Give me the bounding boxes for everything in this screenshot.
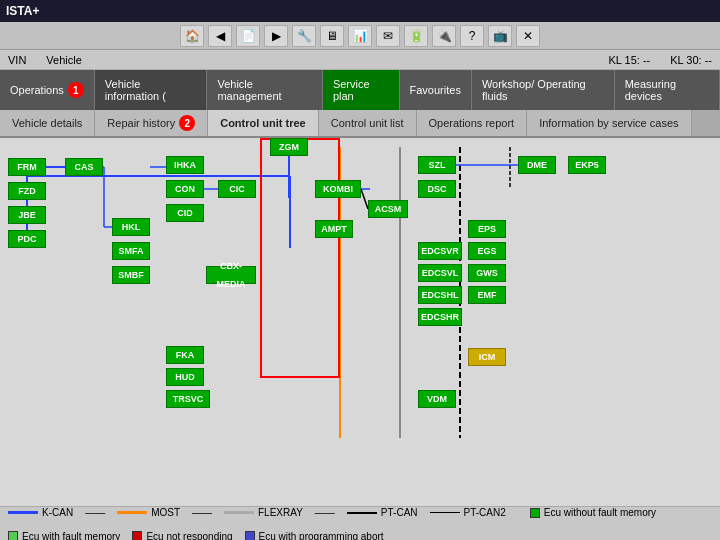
tab-favourites-label: Favourites (410, 84, 461, 96)
flexray-line (224, 511, 254, 514)
home-button[interactable]: 🏠 (180, 25, 204, 47)
flexray-label: FLEXRAY (258, 507, 303, 518)
wrench-button[interactable]: 🔧 (292, 25, 316, 47)
ecu-smfa[interactable]: SMFA (112, 242, 150, 260)
graph-button[interactable]: 📊 (348, 25, 372, 47)
kombi-selection-rect (260, 138, 340, 378)
kl30-value: KL 30: -- (670, 54, 712, 66)
ecu-eps[interactable]: EPS (468, 220, 506, 238)
ecu-edcshr[interactable]: EDCSHR (418, 308, 462, 326)
tab-service-plan[interactable]: Service plan (323, 70, 400, 110)
plug-button[interactable]: 🔌 (432, 25, 456, 47)
tab-service-plan-label: Service plan (333, 78, 389, 102)
nav2: Vehicle details Repair history 2 Control… (0, 110, 720, 138)
tab-repair-history[interactable]: Repair history 2 (95, 110, 208, 136)
tab-vehicle-management[interactable]: Vehicle management (207, 70, 322, 110)
ecu-egs[interactable]: EGS (468, 242, 506, 260)
ecu-jbe[interactable]: JBE (8, 206, 46, 224)
vehicle-label: Vehicle (46, 54, 608, 66)
tab-favourites[interactable]: Favourites (400, 70, 472, 110)
help-button[interactable]: ? (460, 25, 484, 47)
ecu-dsc[interactable]: DSC (418, 180, 456, 198)
doc-button[interactable]: 📄 (236, 25, 260, 47)
tab-repair-history-badge: 2 (179, 115, 195, 131)
tab-control-unit-tree[interactable]: Control unit tree (208, 110, 319, 136)
ecu-con[interactable]: CON (166, 180, 204, 198)
back-button[interactable]: ◀ (208, 25, 232, 47)
ecu-kombi[interactable]: KOMBI (315, 180, 361, 198)
k-can-label: K-CAN (42, 507, 73, 518)
ecu-hkl[interactable]: HKL (112, 218, 150, 236)
ecu-fka[interactable]: FKA (166, 346, 204, 364)
tab-operations-report-label: Operations report (429, 117, 515, 129)
screen-button[interactable]: 🖥 (320, 25, 344, 47)
ecu-pdc[interactable]: PDC (8, 230, 46, 248)
pt-can-line (347, 512, 377, 514)
tab-repair-history-label: Repair history (107, 117, 175, 129)
ecu-vdm[interactable]: VDM (418, 390, 456, 408)
ecu-ekp5[interactable]: EKP5 (568, 156, 606, 174)
svg-line-15 (361, 189, 368, 209)
ecu-not-responding-label: Ecu not responding (146, 531, 232, 540)
tab-workshop-operating-fluids[interactable]: Workshop/ Operating fluids (472, 70, 615, 110)
ecu-trsvc[interactable]: TRSVC (166, 390, 210, 408)
ecu-zgm[interactable]: ZGM (270, 138, 308, 156)
ecu-cid[interactable]: CID (166, 204, 204, 222)
mail-button[interactable]: ✉ (376, 25, 400, 47)
ecu-edcsvr[interactable]: EDCSVR (418, 242, 462, 260)
legend-flexray: FLEXRAY (224, 507, 303, 518)
ecu-icm[interactable]: ICM (468, 348, 506, 366)
ecu-emf[interactable]: EMF (468, 286, 506, 304)
ecu-edcsvl[interactable]: EDCSVL (418, 264, 462, 282)
kl15-value: KL 15: -- (608, 54, 650, 66)
legend-bar: K-CAN —— MOST —— FLEXRAY —— PT-CAN PT-CA… (0, 506, 720, 540)
battery-button[interactable]: 🔋 (404, 25, 428, 47)
pt-can-label: PT-CAN (381, 507, 418, 518)
tab-operations[interactable]: Operations 1 (0, 70, 95, 110)
close-button[interactable]: ✕ (516, 25, 540, 47)
legend-ecu-no-fault: Ecu without fault memory (530, 507, 656, 518)
tab-control-unit-list[interactable]: Control unit list (319, 110, 417, 136)
tab-measuring-devices[interactable]: Measuring devices (615, 70, 720, 110)
titlebar: ISTA+ (0, 0, 720, 22)
ecu-cas[interactable]: CAS (65, 158, 103, 176)
tab-vehicle-details-label: Vehicle details (12, 117, 82, 129)
ecu-cbx-media[interactable]: CBX-MEDIA (206, 266, 256, 284)
legend-ecu-fault: Ecu with fault memory (8, 531, 120, 540)
tab-operations-label: Operations (10, 84, 64, 96)
ecu-smbf[interactable]: SMBF (112, 266, 150, 284)
ecu-no-fault-label: Ecu without fault memory (544, 507, 656, 518)
forward-button[interactable]: ▶ (264, 25, 288, 47)
tab-operations-badge: 1 (68, 82, 84, 98)
ecu-edcshl[interactable]: EDCSHL (418, 286, 462, 304)
ecu-not-responding-dot (132, 531, 142, 540)
ecu-ihka[interactable]: IHKA (166, 156, 204, 174)
pt-can-separator: —— (315, 507, 335, 518)
tab-vehicle-management-label: Vehicle management (217, 78, 311, 102)
ecu-gws[interactable]: GWS (468, 264, 506, 282)
tab-workshop-operating-fluids-label: Workshop/ Operating fluids (482, 78, 604, 102)
monitor-button[interactable]: 📺 (488, 25, 512, 47)
app-title: ISTA+ (6, 4, 714, 18)
ecu-fzd[interactable]: FZD (8, 182, 46, 200)
ecu-no-fault-dot (530, 508, 540, 518)
k-can-line (8, 511, 38, 514)
ecu-fault-label: Ecu with fault memory (22, 531, 120, 540)
tab-control-unit-tree-label: Control unit tree (220, 117, 306, 129)
main-diagram: ZGMFRMCASFZDJBEPDCHKLSMFASMBFIHKACONCIDC… (0, 138, 720, 506)
ecu-ampt[interactable]: AMPT (315, 220, 353, 238)
ecu-frm[interactable]: FRM (8, 158, 46, 176)
tab-vehicle-information[interactable]: Vehicle information ( (95, 70, 208, 110)
tab-vehicle-details[interactable]: Vehicle details (0, 110, 95, 136)
tab-operations-report[interactable]: Operations report (417, 110, 528, 136)
tab-measuring-devices-label: Measuring devices (625, 78, 709, 102)
ecu-acsm[interactable]: ACSM (368, 200, 408, 218)
ecu-cic[interactable]: CIC (218, 180, 256, 198)
ecu-dme[interactable]: DME (518, 156, 556, 174)
tab-information-by-service-cases[interactable]: Information by service cases (527, 110, 691, 136)
ecu-szl[interactable]: SZL (418, 156, 456, 174)
ecu-prog-abort-dot (245, 531, 255, 540)
ecu-hud[interactable]: HUD (166, 368, 204, 386)
tab-control-unit-list-label: Control unit list (331, 117, 404, 129)
pt-can2-line (430, 512, 460, 513)
